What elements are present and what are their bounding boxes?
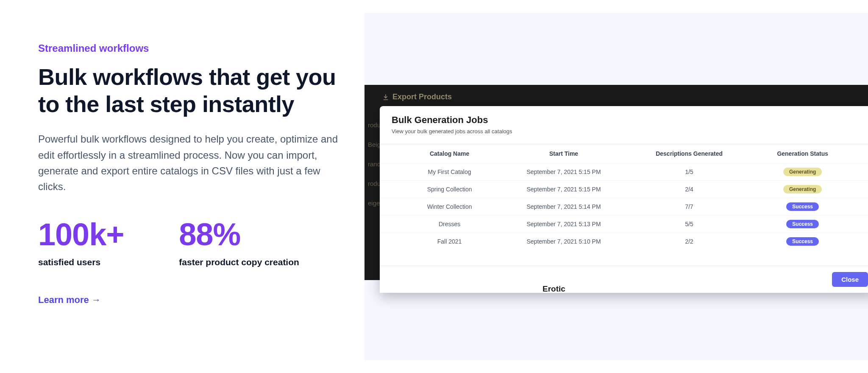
cell-status: Success	[749, 216, 868, 233]
cell-status: Generating	[749, 163, 868, 181]
cell-status: Success	[749, 198, 868, 216]
col-descriptions: Descriptions Generated	[629, 144, 749, 163]
marketing-copy-panel: Streamlined workflows Bulk workflows tha…	[0, 0, 364, 373]
table-row: Fall 2021September 7, 2021 5:10 PM2/2Suc…	[380, 233, 868, 250]
obscured-text-below-modal: Erotic	[542, 284, 565, 294]
cell-start-time: September 7, 2021 5:13 PM	[498, 216, 629, 233]
cell-catalog-name: My First Catalog	[380, 163, 498, 181]
cell-catalog-name: Spring Collection	[380, 181, 498, 198]
stat-label: satisfied users	[38, 257, 124, 267]
screenshot-panel: Export Products roduct Beige rand roduct…	[364, 13, 868, 360]
table-header-row: Catalog Name Start Time Descriptions Gen…	[380, 144, 868, 163]
col-catalog-name: Catalog Name	[380, 144, 498, 163]
table-row: Spring CollectionSeptember 7, 2021 5:15 …	[380, 181, 868, 198]
modal-header: Bulk Generation Jobs View your bulk gene…	[380, 106, 868, 139]
cell-descriptions: 2/4	[629, 181, 749, 198]
eyebrow-label: Streamlined workflows	[38, 42, 339, 54]
cell-start-time: September 7, 2021 5:14 PM	[498, 198, 629, 216]
cell-catalog-name: Fall 2021	[380, 233, 498, 250]
status-badge: Generating	[783, 168, 822, 176]
modal-subtitle: View your bulk generated jobs across all…	[392, 128, 865, 135]
learn-more-link[interactable]: Learn more →	[38, 294, 339, 306]
stat-value: 88%	[179, 218, 299, 251]
page-description: Powerful bulk workflows designed to help…	[38, 131, 339, 194]
cell-descriptions: 1/5	[629, 163, 749, 181]
export-products-tab[interactable]: Export Products	[382, 93, 452, 101]
modal-title: Bulk Generation Jobs	[392, 115, 865, 126]
status-badge: Success	[786, 220, 819, 228]
cell-descriptions: 5/5	[629, 216, 749, 233]
status-badge: Success	[786, 237, 819, 246]
download-icon	[382, 94, 389, 101]
stat-value: 100k+	[38, 218, 124, 251]
cell-start-time: September 7, 2021 5:15 PM	[498, 163, 629, 181]
cell-descriptions: 2/2	[629, 233, 749, 250]
col-start-time: Start Time	[498, 144, 629, 163]
page-headline: Bulk workflows that get you to the last …	[38, 64, 339, 118]
table-row: Winter CollectionSeptember 7, 2021 5:14 …	[380, 198, 868, 216]
status-badge: Success	[786, 202, 819, 211]
bulk-jobs-modal: Bulk Generation Jobs View your bulk gene…	[380, 106, 868, 293]
stats-row: 100k+ satisfied users 88% faster product…	[38, 218, 339, 267]
cell-status: Generating	[749, 181, 868, 198]
app-window: Export Products roduct Beige rand roduct…	[364, 85, 868, 280]
jobs-table: Catalog Name Start Time Descriptions Gen…	[380, 144, 868, 250]
status-badge: Generating	[783, 185, 822, 194]
stat-users: 100k+ satisfied users	[38, 218, 124, 267]
modal-footer: Close	[380, 266, 868, 293]
cell-catalog-name: Winter Collection	[380, 198, 498, 216]
cell-start-time: September 7, 2021 5:10 PM	[498, 233, 629, 250]
cell-catalog-name: Dresses	[380, 216, 498, 233]
table-row: My First CatalogSeptember 7, 2021 5:15 P…	[380, 163, 868, 181]
col-status: Generation Status	[749, 144, 868, 163]
cell-status: Success	[749, 233, 868, 250]
cell-descriptions: 7/7	[629, 198, 749, 216]
cell-start-time: September 7, 2021 5:15 PM	[498, 181, 629, 198]
close-button[interactable]: Close	[832, 272, 868, 287]
stat-speed: 88% faster product copy creation	[179, 218, 299, 267]
stat-label: faster product copy creation	[179, 257, 299, 267]
table-row: DressesSeptember 7, 2021 5:13 PM5/5Succe…	[380, 216, 868, 233]
tab-label: Export Products	[392, 93, 452, 101]
